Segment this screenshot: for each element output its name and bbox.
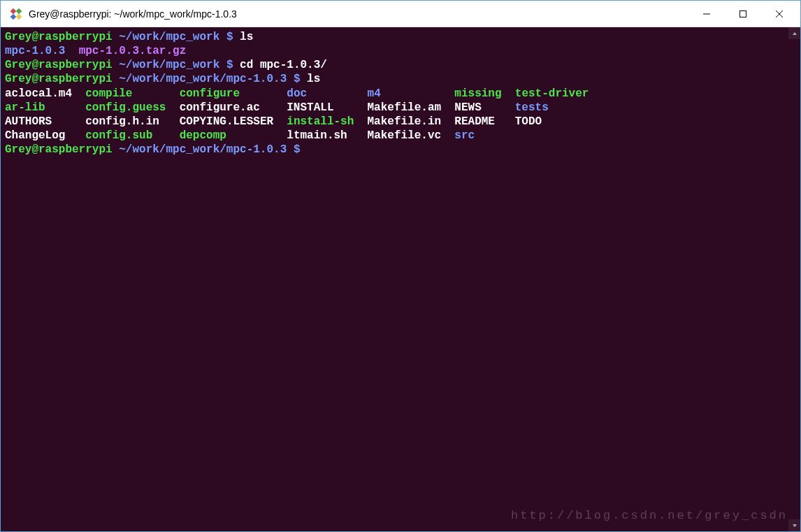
close-button[interactable] — [761, 1, 798, 27]
window-controls — [688, 1, 798, 27]
prompt-user: Grey@raspberrypi — [5, 73, 113, 85]
prompt-path: ~/work/mpc_work/mpc-1.0.3 — [119, 143, 287, 156]
ls-file: NEWS — [454, 101, 514, 114]
ls-exec: config.guess — [85, 101, 179, 114]
svg-rect-2 — [10, 13, 16, 19]
ls-exec: install-sh — [287, 115, 367, 128]
command-text: ls — [240, 31, 253, 43]
ls-dir: mpc-1.0.3 — [5, 45, 65, 57]
prompt-user: Grey@raspberrypi — [5, 59, 113, 71]
ls-file: ltmain.sh — [287, 129, 367, 142]
ls-dir: tests — [515, 101, 549, 114]
app-icon — [9, 7, 23, 21]
ls-row: aclocal.m4 compile configure doc m4 miss… — [5, 87, 796, 101]
ls-exec: compile — [85, 87, 179, 100]
ls-file: README — [454, 115, 514, 128]
ls-exec: depcomp — [180, 129, 287, 142]
watermark-text: http://blog.csdn.net/grey_csdn — [511, 508, 788, 523]
prompt-path: ~/work/mpc_work/mpc-1.0.3 — [119, 73, 287, 85]
ls-file: TODO — [515, 115, 542, 128]
ls-exec: configure — [180, 87, 287, 100]
ls-file: ChangeLog — [5, 129, 85, 142]
prompt-user: Grey@raspberrypi — [5, 143, 113, 156]
ls-dir: doc — [287, 87, 367, 100]
svg-rect-0 — [10, 8, 16, 14]
ls-archive: mpc-1.0.3.tar.gz — [79, 45, 187, 57]
ls-exec: missing — [454, 87, 514, 100]
ls-dir: m4 — [368, 87, 455, 100]
command-text: cd mpc-1.0.3/ — [240, 59, 327, 71]
prompt-path: ~/work/mpc_work — [119, 31, 219, 43]
svg-rect-5 — [740, 10, 746, 17]
scrollbar[interactable] — [788, 27, 800, 531]
svg-rect-1 — [16, 8, 22, 14]
ls-file: AUTHORS — [5, 115, 85, 128]
ls-exec: test-driver — [515, 87, 589, 100]
svg-rect-3 — [16, 13, 22, 19]
prompt-user: Grey@raspberrypi — [5, 31, 113, 43]
terminal-area[interactable]: Grey@raspberrypi ~/work/mpc_work $ ls mp… — [1, 27, 800, 531]
ls-output: mpc-1.0.3 mpc-1.0.3.tar.gz — [5, 44, 796, 58]
scroll-up-button[interactable] — [788, 27, 800, 39]
prompt-line: Grey@raspberrypi ~/work/mpc_work/mpc-1.0… — [5, 72, 796, 86]
ls-row: ChangeLog config.sub depcomp ltmain.sh M… — [5, 129, 796, 143]
ls-file: Makefile.in — [368, 115, 455, 128]
ls-file: INSTALL — [287, 101, 367, 114]
prompt-path: ~/work/mpc_work — [119, 59, 219, 71]
ls-file: config.h.in — [85, 115, 179, 128]
ls-file: Makefile.am — [368, 101, 455, 114]
ls-dir: src — [454, 129, 475, 142]
scroll-down-button[interactable] — [788, 519, 800, 531]
window-title: Grey@raspberrypi: ~/work/mpc_work/mpc-1.… — [29, 8, 688, 20]
ls-file: Makefile.vc — [368, 129, 455, 142]
minimize-button[interactable] — [688, 1, 725, 27]
ls-exec: ar-lib — [5, 101, 85, 114]
titlebar: Grey@raspberrypi: ~/work/mpc_work/mpc-1.… — [1, 1, 800, 27]
maximize-button[interactable] — [725, 1, 761, 27]
ls-row: ar-lib config.guess configure.ac INSTALL… — [5, 101, 796, 115]
prompt-dollar: $ — [294, 143, 301, 156]
ls-file: configure.ac — [180, 101, 287, 114]
ls-exec: config.sub — [85, 129, 179, 142]
ls-file: aclocal.m4 — [5, 87, 85, 100]
prompt-dollar: $ — [294, 73, 301, 85]
prompt-line: Grey@raspberrypi ~/work/mpc_work $ cd mp… — [5, 58, 796, 72]
prompt-line: Grey@raspberrypi ~/work/mpc_work $ ls — [5, 30, 796, 44]
prompt-line: Grey@raspberrypi ~/work/mpc_work/mpc-1.0… — [5, 143, 796, 157]
command-text: ls — [307, 73, 320, 85]
ls-row: AUTHORS config.h.in COPYING.LESSER insta… — [5, 115, 796, 129]
ls-file: COPYING.LESSER — [180, 115, 287, 128]
